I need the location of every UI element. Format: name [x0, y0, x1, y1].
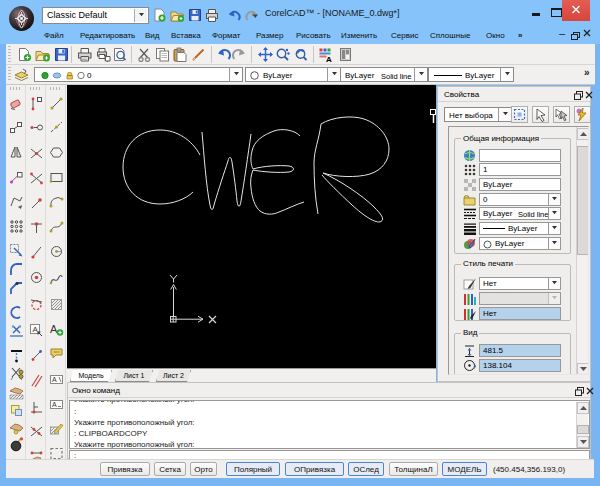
svg-text:A: A: [326, 55, 332, 63]
svg-text:A: A: [50, 323, 58, 335]
svg-text:A: A: [52, 401, 57, 408]
svg-text:A: A: [52, 376, 57, 383]
